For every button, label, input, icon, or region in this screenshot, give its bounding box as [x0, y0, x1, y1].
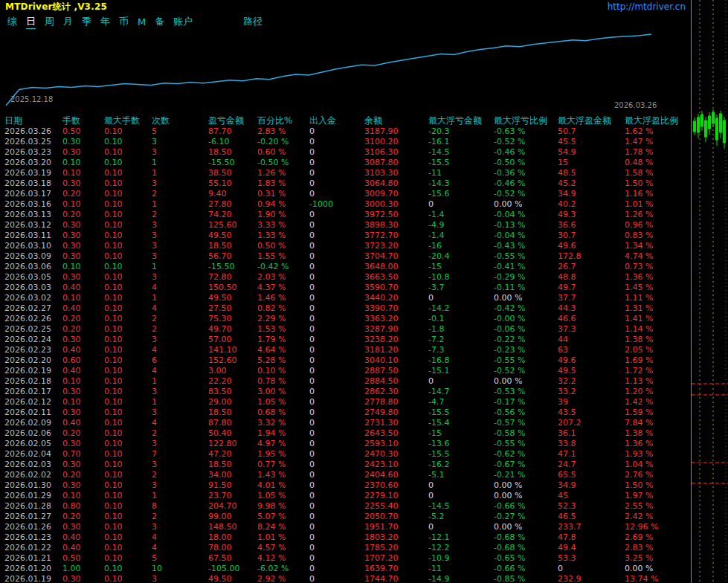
table-row[interactable]: 2026.03.260.500.10587.702.83 %03187.90-2… [0, 126, 691, 137]
table-row[interactable]: 2026.02.250.200.10249.701.53 %03287.90-1… [0, 324, 691, 335]
table-row[interactable]: 2026.03.160.100.10127.800.94 %-10003000.… [0, 199, 691, 210]
cell-in_out: 0 [305, 428, 360, 439]
table-row[interactable]: 2026.02.050.300.103122.804.97 %02593.10-… [0, 439, 691, 449]
cell-date: 2026.03.03 [0, 283, 58, 293]
table-row[interactable]: 2026.03.170.200.1029.400.31 %03009.70-15… [0, 189, 691, 199]
column-header-4[interactable]: 次数 [147, 115, 204, 126]
table-row[interactable]: 2026.03.250.300.103-6.10-0.20 %03100.20-… [0, 137, 691, 147]
column-header-8[interactable]: 余额 [360, 115, 424, 126]
menu-item-9[interactable]: 备 [155, 15, 164, 28]
cell-max_lots: 0.10 [100, 501, 147, 512]
table-row[interactable]: 2026.03.030.400.104150.504.37 %03590.70-… [0, 283, 691, 293]
column-header-10[interactable]: 最大浮亏比例 [489, 115, 553, 126]
table-row[interactable]: 2026.02.200.600.106152.605.28 %03040.10-… [0, 355, 691, 366]
table-row[interactable]: 2026.02.020.200.10234.001.43 %02404.60-5… [0, 470, 691, 480]
menu-item-10[interactable]: 账户 [173, 15, 193, 28]
cell-max_dd: -20.4 [424, 251, 489, 262]
table-row[interactable]: 2026.02.040.700.10747.201.95 %02470.30-1… [0, 449, 691, 460]
table-row[interactable]: 2026.01.230.400.10418.001.01 %01803.20-1… [0, 532, 691, 543]
cell-max_dd_pct: -0.55 % [489, 251, 553, 262]
cell-max_up_pct: 1.41 % [620, 314, 688, 324]
cell-max_lots: 0.10 [100, 251, 147, 262]
table-row[interactable]: 2026.03.200.100.101-15.50-0.50 %03087.80… [0, 158, 691, 168]
cell-date: 2026.02.09 [0, 418, 58, 428]
cell-in_out: 0 [305, 564, 360, 574]
table-row[interactable]: 2026.02.170.300.10383.503.00 %02862.30-1… [0, 387, 691, 397]
table-row[interactable]: 2026.03.060.100.101-15.50-0.42 %03648.00… [0, 262, 691, 272]
column-header-5[interactable]: 盈亏金额 [204, 115, 253, 126]
cell-max_dd: 0 [424, 480, 489, 491]
table-row[interactable]: 2026.02.030.300.10318.500.77 %02423.10-1… [0, 460, 691, 470]
cell-times: 1 [147, 491, 204, 501]
cell-max_dd_pct: -0.66 % [489, 564, 553, 574]
table-row[interactable]: 2026.02.270.400.10427.500.82 %03390.70-1… [0, 303, 691, 314]
background-terminal-strip[interactable] [691, 0, 728, 583]
table-row[interactable]: 2026.02.090.400.10487.803.32 %02731.30-1… [0, 418, 691, 428]
menu-item-5[interactable]: 季 [82, 15, 91, 28]
menu-item-1[interactable]: 综 [7, 15, 17, 28]
menu-item-2[interactable]: 日 [26, 15, 36, 29]
menu-item-11[interactable]: 路径 [243, 15, 262, 28]
cell-max_dd_pct: -0.52 % [489, 366, 553, 376]
table-row[interactable]: 2026.03.020.100.10149.501.46 %03440.2000… [0, 293, 691, 303]
table-row[interactable]: 2026.03.050.300.10372.802.03 %03663.50-1… [0, 272, 691, 283]
column-header-3[interactable]: 最大手数 [100, 115, 147, 126]
menu-item-7[interactable]: 币 [119, 15, 129, 28]
menu-item-8[interactable]: M [138, 16, 146, 28]
table-row[interactable]: 2026.01.300.300.10391.504.01 %02370.6000… [0, 480, 691, 491]
table-row[interactable]: 2026.03.120.300.103125.603.33 %03898.30-… [0, 220, 691, 231]
table-row[interactable]: 2026.02.190.400.1043.000.10 %02887.50-15… [0, 366, 691, 376]
cell-times: 3 [147, 439, 204, 449]
table-row[interactable]: 2026.02.240.300.10357.001.79 %03238.20-7… [0, 335, 691, 345]
cell-date: 2026.02.04 [0, 449, 58, 460]
cell-max_dd_pct: -0.36 % [489, 168, 553, 178]
table-row[interactable]: 2026.02.180.100.10122.200.78 %02884.5000… [0, 376, 691, 387]
table-row[interactable]: 2026.01.220.400.10478.004.57 %01785.20-1… [0, 543, 691, 553]
menu-item-4[interactable]: 月 [63, 15, 73, 28]
table-row[interactable]: 2026.02.060.200.10250.401.94 %02643.50-1… [0, 428, 691, 439]
cell-times: 4 [147, 345, 204, 355]
cell-in_out: 0 [305, 293, 360, 303]
table-row[interactable]: 2026.03.130.200.10274.201.90 %03972.50-1… [0, 210, 691, 220]
website-link[interactable]: http://mtdriver.cn [608, 1, 686, 12]
column-header-9[interactable]: 最大浮亏金额 [424, 115, 489, 126]
table-row[interactable]: 2026.03.090.300.10356.701.55 %03704.70-2… [0, 251, 691, 262]
cell-profit: 49.50 [204, 231, 253, 241]
column-header-1[interactable]: 日期 [0, 115, 58, 126]
cell-profit: 125.60 [204, 220, 253, 231]
table-row[interactable]: 2026.01.270.200.10299.005.07 %02050.70-5… [0, 512, 691, 522]
cell-times: 2 [147, 210, 204, 220]
menu-item-3[interactable]: 周 [45, 15, 54, 28]
cell-pct: -0.50 % [253, 158, 305, 168]
column-header-6[interactable]: 百分比% [253, 115, 305, 126]
cell-lots: 0.10 [58, 293, 100, 303]
table-row[interactable]: 2026.01.260.300.103148.508.24 %01951.700… [0, 522, 691, 532]
table-row[interactable]: 2026.01.290.100.10123.701.05 %02279.1000… [0, 491, 691, 501]
menu-item-6[interactable]: 年 [100, 15, 110, 28]
table-row[interactable]: 2026.03.230.300.10318.500.60 %03106.30-1… [0, 147, 691, 158]
table-row[interactable]: 2026.03.100.300.10318.500.50 %03723.20-1… [0, 241, 691, 251]
cell-max_dd_pct: -0.27 % [489, 512, 553, 522]
table-row[interactable]: 2026.02.260.200.10275.302.29 %03363.20-0… [0, 314, 691, 324]
column-header-7[interactable]: 出入金 [305, 115, 360, 126]
cell-in_out: 0 [305, 408, 360, 418]
cell-balance: 2593.10 [360, 439, 424, 449]
table-row[interactable]: 2026.02.230.400.104141.104.64 %03181.20-… [0, 345, 691, 355]
column-header-11[interactable]: 最大浮盈金额 [553, 115, 620, 126]
table-row[interactable]: 2026.01.280.800.108204.709.98 %02255.40-… [0, 501, 691, 512]
table-row[interactable]: 2026.01.201.000.1010-105.00-6.02 %01639.… [0, 564, 691, 574]
table-row[interactable]: 2026.03.180.300.10355.101.83 %03064.80-1… [0, 178, 691, 189]
column-header-2[interactable]: 手数 [58, 115, 100, 126]
table-row[interactable]: 2026.02.120.100.10129.001.05 %02778.80-4… [0, 397, 691, 408]
cell-pct: 8.24 % [253, 522, 305, 532]
cell-times: 3 [147, 460, 204, 470]
table-row[interactable]: 2026.01.190.300.10349.502.92 %01744.70-1… [0, 574, 691, 583]
table-row[interactable]: 2026.03.190.100.10138.501.26 %03103.30-1… [0, 168, 691, 178]
cell-max_up_pct: 1.38 % [620, 428, 688, 439]
cell-profit: 3.00 [204, 366, 253, 376]
column-header-12[interactable]: 最大浮盈比例 [620, 115, 688, 126]
table-row[interactable]: 2026.03.110.300.10349.501.33 %03772.70-1… [0, 231, 691, 241]
table-row[interactable]: 2026.01.210.500.10567.504.12 %01707.20-1… [0, 553, 691, 564]
table-row[interactable]: 2026.02.110.300.10318.500.68 %02749.80-1… [0, 408, 691, 418]
cell-max_dd: -13.6 [424, 439, 489, 449]
